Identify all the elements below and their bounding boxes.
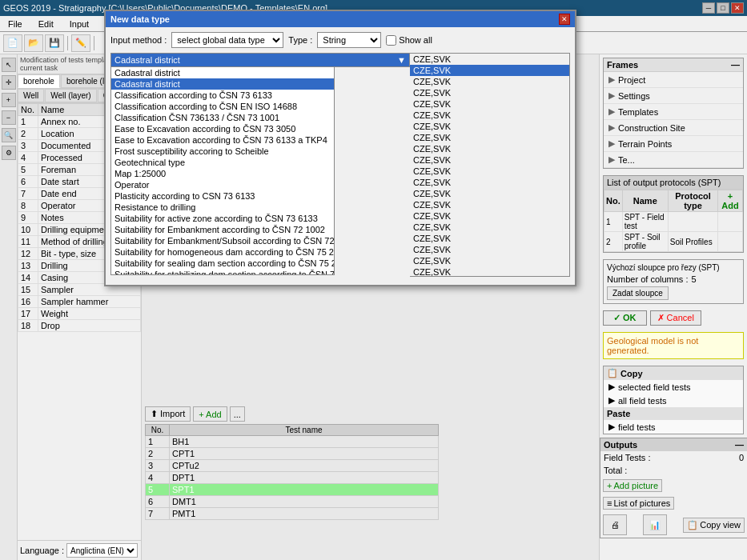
spt-add-btn[interactable]: + Add: [718, 190, 743, 212]
cancel-button[interactable]: ✗ Cancel: [650, 310, 701, 326]
input-method-select[interactable]: select global data type: [171, 32, 283, 48]
sidebar-zoom-out[interactable]: −: [2, 110, 16, 125]
modal-close-button[interactable]: ✕: [559, 14, 570, 25]
list-item[interactable]: Resistance to drilling: [111, 202, 334, 213]
list-item[interactable]: Suitability for sealing dam section acco…: [111, 258, 334, 269]
list-pictures-btn[interactable]: ≡ List of pictures: [603, 497, 674, 510]
spt-protocols-label: List of output protocols (SPT): [607, 178, 721, 187]
list-item[interactable]: Suitability for active zone according to…: [111, 213, 334, 224]
add-picture-btn[interactable]: + Add picture: [603, 479, 662, 492]
test-table-row[interactable]: 5SPT1: [146, 484, 439, 496]
list-item[interactable]: Frost susceptibility accoring to Scheibl…: [111, 146, 334, 157]
sidebar-zoom-in[interactable]: +: [2, 93, 16, 107]
sidebar-gear[interactable]: ⚙: [2, 146, 16, 160]
arrow-icon-1: ▶: [608, 382, 615, 392]
outputs-panel: Outputs — Field Tests : 0 Total :: [600, 438, 747, 538]
frames-project-arrow: ▶: [608, 74, 615, 85]
list-item[interactable]: Classification according to ČSN 73 6133: [111, 90, 334, 101]
test-table-row[interactable]: 3CPTu2: [146, 460, 439, 472]
spt-protocols-section: List of output protocols (SPT) No. Name …: [603, 175, 744, 253]
list-item[interactable]: Operator: [111, 179, 334, 190]
frames-te-label: Te...: [618, 155, 635, 165]
data-type-list[interactable]: Cadastral districtCadastral districtClas…: [110, 67, 335, 275]
show-all-checkbox[interactable]: [386, 35, 396, 46]
more-button[interactable]: ...: [230, 406, 245, 422]
list-item[interactable]: Cadastral district: [111, 78, 334, 90]
import-button[interactable]: ⬆ Import: [145, 406, 191, 422]
bottom-area: ⬆ Import + Add ... No. Test name: [145, 406, 439, 520]
modal-body: Input method : select global data type T…: [106, 27, 575, 285]
test-table-row[interactable]: 1BH1: [146, 436, 439, 448]
region-item: CZE,SVK: [410, 255, 569, 266]
sidebar-search[interactable]: 🔍: [2, 128, 16, 142]
list-item[interactable]: Map 1:25000: [111, 168, 334, 179]
action-buttons: ⬆ Import + Add ...: [145, 406, 439, 422]
minimize-button[interactable]: ─: [702, 2, 715, 14]
test-table-row[interactable]: 7PMT1: [146, 508, 439, 520]
menu-file[interactable]: File: [3, 18, 27, 30]
copy-view-btn[interactable]: 📋 Copy view: [683, 518, 745, 533]
frames-settings[interactable]: ▶ Settings: [604, 88, 743, 104]
left-table-row[interactable]: 16Sampler hammer: [18, 296, 141, 308]
add-button[interactable]: + Add: [193, 406, 227, 422]
toolbar-open[interactable]: 📂: [24, 34, 43, 52]
copy-all-label: all field tests: [618, 396, 667, 406]
list-item[interactable]: Geotechnical type: [111, 157, 334, 168]
list-item[interactable]: Suitability for stabilizing dam section …: [111, 269, 334, 275]
list-item[interactable]: Suitability for Embankment/Subsoil accor…: [111, 235, 334, 246]
list-item[interactable]: Plasticity according to CSN 73 6133: [111, 190, 334, 202]
toolbar-save[interactable]: 💾: [45, 34, 64, 52]
test-table-row[interactable]: 4DPT1: [146, 472, 439, 484]
tab-well[interactable]: Well: [18, 89, 44, 102]
frames-construction[interactable]: ▶ Construction Site: [604, 120, 743, 136]
copy-selected-tests[interactable]: ▶ selected field tests: [604, 380, 743, 394]
list-item[interactable]: Suitability for homogeneous dam accordin…: [111, 246, 334, 258]
paste-tests[interactable]: ▶ field tests: [604, 420, 743, 434]
zadat-sloupce-btn[interactable]: Zadat sloupce: [607, 286, 669, 300]
frames-te[interactable]: ▶ Te...: [604, 152, 743, 168]
print-button[interactable]: 🖨: [603, 514, 627, 535]
print2-button[interactable]: 📊: [643, 514, 667, 535]
ok-button[interactable]: ✓ OK: [603, 310, 647, 326]
left-table-row[interactable]: 17Weight: [18, 308, 141, 320]
field-tests-row: Field Tests : 0: [600, 451, 747, 464]
list-item[interactable]: Classification ČSN 736133 / ČSN 73 1001: [111, 112, 334, 123]
toolbar-edit[interactable]: ✏️: [71, 34, 90, 52]
region-item: CZE,SVK: [410, 199, 569, 210]
menu-edit[interactable]: Edit: [34, 18, 58, 30]
list-item[interactable]: Cadastral district: [111, 67, 334, 78]
list-item[interactable]: Suitability for Embankment according to …: [111, 224, 334, 235]
sidebar-pointer[interactable]: ↖: [2, 58, 16, 72]
tab-borehole[interactable]: borehole: [18, 74, 60, 88]
toolbar-new[interactable]: 📄: [3, 34, 22, 52]
toolbar-separator-1: [67, 36, 68, 50]
left-table-row[interactable]: 18Drop: [18, 320, 141, 332]
modal-title: New data type: [110, 14, 170, 24]
list-item[interactable]: Ease to Excavation according to ČSN 73 3…: [111, 123, 334, 134]
frames-project[interactable]: ▶ Project: [604, 72, 743, 88]
region-item: CZE,SVK: [410, 65, 569, 76]
test-table-row[interactable]: 6DMT1: [146, 496, 439, 508]
frames-title: Frames —: [604, 58, 743, 72]
copy-view-icon: 📋: [687, 520, 698, 530]
tab-well-layer[interactable]: Well (layer): [45, 89, 96, 102]
frames-terrain[interactable]: ▶ Terrain Points: [604, 136, 743, 152]
copy-all-tests[interactable]: ▶ all field tests: [604, 394, 743, 407]
close-button[interactable]: ✕: [731, 2, 744, 14]
type-select[interactable]: String Integer Float: [317, 32, 381, 48]
test-table-row[interactable]: 2CPT1: [146, 448, 439, 460]
selected-item-header[interactable]: Cadastral district ▼: [110, 53, 410, 67]
list-item[interactable]: Classification according to ČSN EN ISO 1…: [111, 101, 334, 112]
frames-templates[interactable]: ▶ Templates: [604, 104, 743, 120]
region-item: CZE,SVK: [410, 110, 569, 121]
region-item: CZE,SVK: [410, 177, 569, 188]
list-pictures-label: List of pictures: [613, 498, 670, 508]
list-item[interactable]: Ease to Excavation according to ČSN 73 6…: [111, 134, 334, 146]
language-select[interactable]: Anglictina (EN): [66, 543, 138, 558]
list-pictures-row: ≡ List of pictures: [600, 494, 747, 512]
menu-input[interactable]: Input: [65, 18, 94, 30]
sidebar-move[interactable]: ✛: [2, 75, 16, 90]
maximize-button[interactable]: □: [717, 2, 729, 14]
add-picture-label: Add picture: [613, 481, 658, 490]
copy-title: 📋 Copy: [604, 366, 743, 380]
